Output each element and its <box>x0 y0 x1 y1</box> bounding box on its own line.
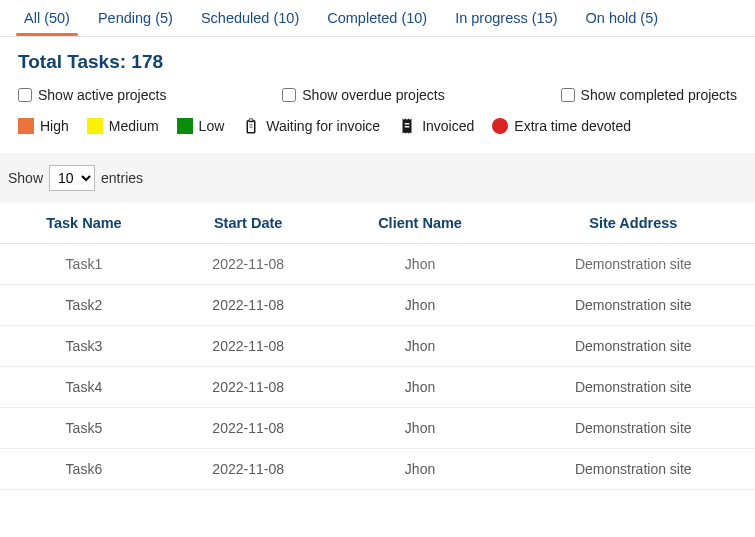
legend-invoiced-label: Invoiced <box>422 118 474 134</box>
tabs-bar: All (50) Pending (5) Scheduled (10) Comp… <box>0 0 755 37</box>
show-label: Show <box>8 170 43 186</box>
legend-low: Low <box>177 118 225 134</box>
cell-client-name: Jhon <box>329 449 512 490</box>
checkbox-overdue[interactable] <box>282 88 296 102</box>
legend-high-label: High <box>40 118 69 134</box>
tab-pending[interactable]: Pending (5) <box>88 4 183 36</box>
legend-extra-label: Extra time devoted <box>514 118 631 134</box>
swatch-medium-icon <box>87 118 103 134</box>
cell-task-name: Task1 <box>0 244 168 285</box>
cell-start-date: 2022-11-08 <box>168 449 329 490</box>
cell-client-name: Jhon <box>329 285 512 326</box>
cell-site-address: Demonstration site <box>512 367 755 408</box>
table-row[interactable]: Task42022-11-08JhonDemonstration site <box>0 367 755 408</box>
legend-high: High <box>18 118 69 134</box>
filter-completed-label: Show completed projects <box>581 87 737 103</box>
tab-in-progress[interactable]: In progress (15) <box>445 4 567 36</box>
receipt-icon <box>398 117 416 135</box>
clipboard-icon <box>242 117 260 135</box>
legend-medium: Medium <box>87 118 159 134</box>
col-client-name[interactable]: Client Name <box>329 203 512 244</box>
cell-task-name: Task6 <box>0 449 168 490</box>
col-start-date[interactable]: Start Date <box>168 203 329 244</box>
legend-invoiced: Invoiced <box>398 117 474 135</box>
cell-site-address: Demonstration site <box>512 449 755 490</box>
tab-scheduled[interactable]: Scheduled (10) <box>191 4 309 36</box>
table-row[interactable]: Task32022-11-08JhonDemonstration site <box>0 326 755 367</box>
cell-client-name: Jhon <box>329 367 512 408</box>
cell-client-name: Jhon <box>329 326 512 367</box>
entries-label: entries <box>101 170 143 186</box>
filter-overdue[interactable]: Show overdue projects <box>282 87 444 103</box>
cell-client-name: Jhon <box>329 408 512 449</box>
cell-start-date: 2022-11-08 <box>168 367 329 408</box>
table-row[interactable]: Task12022-11-08JhonDemonstration site <box>0 244 755 285</box>
cell-task-name: Task5 <box>0 408 168 449</box>
legend-row: High Medium Low Waiting for invoice Invo… <box>0 117 755 153</box>
cell-task-name: Task2 <box>0 285 168 326</box>
tasks-table: Task Name Start Date Client Name Site Ad… <box>0 203 755 490</box>
entries-select[interactable]: 10 <box>49 165 95 191</box>
cell-site-address: Demonstration site <box>512 326 755 367</box>
checkbox-active[interactable] <box>18 88 32 102</box>
cell-client-name: Jhon <box>329 244 512 285</box>
legend-waiting-label: Waiting for invoice <box>266 118 380 134</box>
legend-low-label: Low <box>199 118 225 134</box>
cell-start-date: 2022-11-08 <box>168 244 329 285</box>
filter-active[interactable]: Show active projects <box>18 87 166 103</box>
filters-row: Show active projects Show overdue projec… <box>0 81 755 117</box>
show-entries: Show 10 entries <box>0 165 755 203</box>
tab-completed[interactable]: Completed (10) <box>317 4 437 36</box>
table-section: Show 10 entries Task Name Start Date Cli… <box>0 153 755 490</box>
swatch-high-icon <box>18 118 34 134</box>
cell-site-address: Demonstration site <box>512 244 755 285</box>
checkbox-completed[interactable] <box>561 88 575 102</box>
total-tasks-heading: Total Tasks: 178 <box>0 37 755 81</box>
cell-task-name: Task4 <box>0 367 168 408</box>
tab-all[interactable]: All (50) <box>14 4 80 36</box>
table-row[interactable]: Task52022-11-08JhonDemonstration site <box>0 408 755 449</box>
legend-extra: Extra time devoted <box>492 118 631 134</box>
legend-medium-label: Medium <box>109 118 159 134</box>
table-row[interactable]: Task22022-11-08JhonDemonstration site <box>0 285 755 326</box>
cell-site-address: Demonstration site <box>512 285 755 326</box>
col-task-name[interactable]: Task Name <box>0 203 168 244</box>
col-site-address[interactable]: Site Address <box>512 203 755 244</box>
cell-start-date: 2022-11-08 <box>168 408 329 449</box>
swatch-low-icon <box>177 118 193 134</box>
filter-overdue-label: Show overdue projects <box>302 87 444 103</box>
legend-waiting: Waiting for invoice <box>242 117 380 135</box>
cell-start-date: 2022-11-08 <box>168 326 329 367</box>
tab-on-hold[interactable]: On hold (5) <box>576 4 669 36</box>
filter-completed[interactable]: Show completed projects <box>561 87 737 103</box>
filter-active-label: Show active projects <box>38 87 166 103</box>
cell-task-name: Task3 <box>0 326 168 367</box>
cell-start-date: 2022-11-08 <box>168 285 329 326</box>
cell-site-address: Demonstration site <box>512 408 755 449</box>
circle-red-icon <box>492 118 508 134</box>
table-row[interactable]: Task62022-11-08JhonDemonstration site <box>0 449 755 490</box>
table-header-row: Task Name Start Date Client Name Site Ad… <box>0 203 755 244</box>
